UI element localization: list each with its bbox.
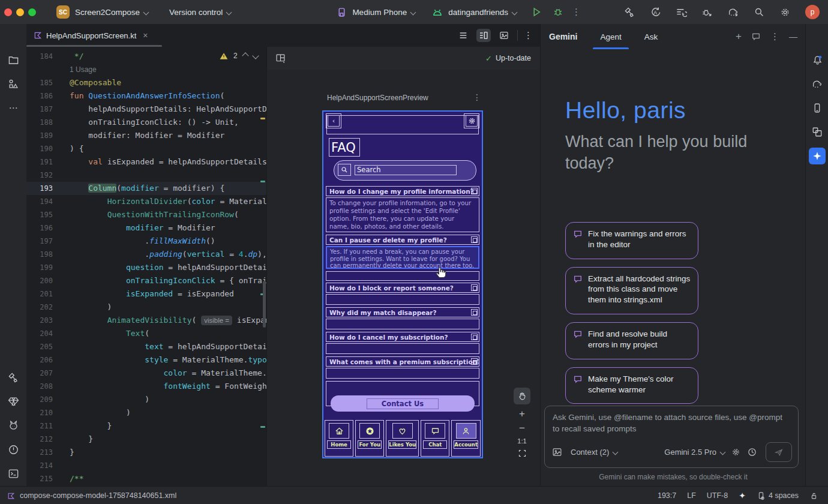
line-number-gutter[interactable]: 210 [26,406,62,419]
model-dropdown[interactable]: Gemini 2.5 Pro [664,448,725,457]
gradle-sync-icon[interactable] [727,7,739,18]
suggestion-chip[interactable]: Extract all hardcoded strings from this … [565,267,698,314]
prompt-settings-icon[interactable] [731,447,741,457]
line-number-gutter[interactable]: 195 [26,208,62,221]
debug-button[interactable] [553,7,563,17]
settings-gear-icon[interactable] [779,7,791,18]
line-number-gutter[interactable]: 213 [26,446,62,459]
lock-icon[interactable] [809,491,818,500]
suggestion-chip[interactable]: Fix the warnings and errors in the edito… [565,222,698,259]
line-number-gutter[interactable]: 188 [26,116,62,129]
vcs-selector[interactable]: Version control [164,8,231,17]
letter-a-sync-icon[interactable]: A [650,7,661,18]
panel-options-icon[interactable]: ⋮ [770,31,779,42]
app-inspection-icon[interactable] [809,124,826,140]
line-number-gutter[interactable]: 194 [26,195,62,208]
search-everywhere-icon[interactable] [754,7,765,18]
zoom-reset-button[interactable]: 1:1 [517,437,526,445]
line-number-gutter[interactable] [26,63,62,76]
split-view-icon[interactable] [476,29,491,42]
line-number-gutter[interactable]: 214 [26,459,62,472]
line-number-gutter[interactable]: 200 [26,274,62,287]
compose-preview-phone[interactable]: ‹ FAQ Search How do I change my profile … [322,110,483,458]
line-number-gutter[interactable]: 191 [26,155,62,169]
run-config-selector[interactable]: datingandfriends [432,8,517,17]
new-chat-icon[interactable]: + [736,31,742,43]
tab-agent[interactable]: Agent [600,24,621,49]
previous-issue-icon[interactable] [242,52,248,59]
sparkle-icon[interactable]: ✦ [739,491,746,500]
minimize-window-button[interactable] [16,8,24,16]
indent-setting[interactable]: 4 spaces [757,491,799,500]
editor-options-icon[interactable]: ⋮ [524,30,533,41]
hide-panel-icon[interactable]: — [789,32,797,41]
close-window-button[interactable] [4,8,12,16]
line-number-gutter[interactable]: 193 [26,182,62,195]
line-number-gutter[interactable]: 215 [26,472,62,485]
preview-canvas[interactable]: HelpAndSupportScreenPreview ⋮ ‹ FAQ Sear… [266,70,541,486]
file-encoding[interactable]: UTF-8 [707,491,728,500]
build-tool-icon[interactable] [5,369,22,386]
zoom-out-button[interactable]: − [519,423,525,433]
close-tab-icon[interactable]: × [143,31,148,40]
preview-name-label[interactable]: HelpAndSupportScreenPreview [327,94,428,102]
logcat-cat-icon[interactable] [5,417,22,434]
preview-options-icon[interactable]: ⋮ [473,92,481,102]
resource-manager-icon[interactable] [5,76,22,92]
line-number-gutter[interactable]: 212 [26,433,62,446]
design-view-icon[interactable] [497,29,511,42]
line-number-gutter[interactable]: 198 [26,248,62,261]
line-number-gutter[interactable]: 199 [26,261,62,274]
line-number-gutter[interactable]: 184 [26,50,62,63]
line-number-gutter[interactable]: 201 [26,287,62,301]
build-hammer-icon[interactable] [624,7,635,18]
more-tool-windows-icon[interactable]: ⋯ [5,100,22,116]
app-quality-insights-icon[interactable] [5,393,22,410]
line-number-gutter[interactable]: 189 [26,129,62,142]
line-number-gutter[interactable]: 187 [26,103,62,116]
send-button[interactable] [766,442,792,462]
line-number-gutter[interactable]: 203 [26,314,62,327]
chat-history-icon[interactable] [751,32,761,41]
next-issue-icon[interactable] [252,52,259,59]
line-number-gutter[interactable]: 205 [26,340,62,353]
user-avatar[interactable]: p [805,5,820,19]
line-number-gutter[interactable]: 197 [26,235,62,248]
tab-ask[interactable]: Ask [644,24,658,49]
run-button[interactable] [531,7,542,17]
gradle-elephant-icon[interactable] [809,76,826,92]
inspections-widget[interactable]: 2 [217,52,260,60]
line-number-gutter[interactable]: 186 [26,89,62,103]
gemini-spark-icon[interactable] [809,148,826,164]
profiler-bug-icon[interactable] [701,7,713,18]
suggestion-chip[interactable]: Make my Theme's color scheme warmer [565,367,698,404]
attach-image-icon[interactable] [552,447,562,457]
line-number-gutter[interactable]: 190 [26,142,62,155]
line-number-gutter[interactable]: 196 [26,221,62,235]
zoom-to-fit-icon[interactable] [518,449,527,458]
zoom-window-button[interactable] [28,8,36,16]
line-ending[interactable]: LF [687,491,696,500]
context-dropdown[interactable]: Context (2) [571,448,617,457]
history-clock-icon[interactable] [747,447,757,457]
code-editor[interactable]: 184 */1 Usage185@Composable186fun Questi… [26,47,266,486]
task-list-icon[interactable] [676,7,687,18]
terminal-icon[interactable] [5,465,22,482]
caret-position[interactable]: 193:7 [658,491,676,500]
zoom-in-button[interactable]: + [519,409,525,419]
line-number-gutter[interactable]: 185 [26,76,62,89]
pan-hand-icon[interactable] [514,388,530,404]
code-view-icon[interactable] [456,29,470,42]
device-selector[interactable]: Medium Phone [337,7,415,17]
line-number-gutter[interactable]: 206 [26,353,62,367]
tab-helpandsupportscreen[interactable]: HelpAndSupportScreen.kt × [26,24,155,47]
gemini-input-box[interactable]: Ask Gemini, use @filename to attach sour… [544,406,799,468]
problems-icon[interactable] [5,441,22,458]
status-file-breadcrumb[interactable]: compose-compose-model-1758748140651.xml [7,491,176,500]
ui-check-layout-icon[interactable] [275,53,286,64]
notifications-bell-icon[interactable] [809,52,826,68]
line-number-gutter[interactable]: 209 [26,393,62,406]
suggestion-chip[interactable]: Find and resolve build errors in my proj… [565,322,698,359]
line-number-gutter[interactable]: 207 [26,367,62,380]
line-number-gutter[interactable]: 208 [26,380,62,393]
